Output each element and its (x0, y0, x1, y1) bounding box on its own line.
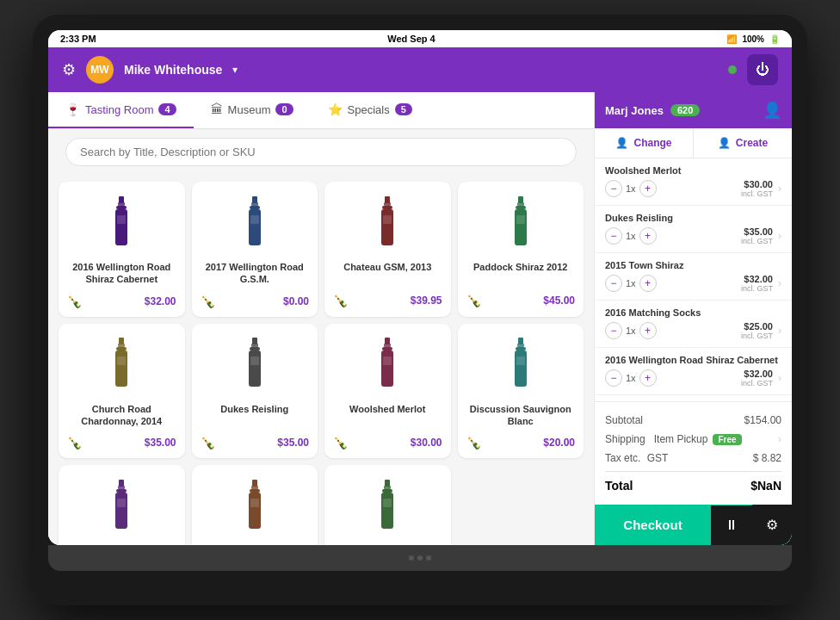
svg-rect-52 (117, 499, 126, 507)
search-input[interactable] (65, 138, 577, 166)
svg-rect-58 (250, 499, 259, 507)
customer-info: Marj Jones 620 (605, 104, 700, 117)
cart-item[interactable]: Dukes Reisling − 1x + $35.00 incl. GST › (595, 206, 792, 253)
product-card[interactable]: Woolshed Merlot 🍾 $30.00 (324, 324, 451, 459)
product-name: Dukes Reisling (220, 403, 288, 427)
dropdown-arrow-icon[interactable]: ▾ (232, 64, 238, 76)
increase-button[interactable]: + (639, 322, 657, 339)
subtotal-value: $154.00 (744, 414, 781, 426)
product-card[interactable]: 2015 Town Shiraz 🍾 $32.00 (59, 465, 185, 545)
power-button[interactable]: ⏻ (747, 54, 778, 85)
svg-rect-45 (515, 350, 527, 387)
create-button[interactable]: 👤 Create (694, 128, 792, 158)
bottle-icon: 🍾 (466, 436, 481, 450)
product-card[interactable]: 2017 Wellington Road G.S.M. 🍾 $0.00 (192, 182, 318, 317)
free-badge: Free (713, 434, 741, 445)
svg-rect-9 (249, 209, 261, 245)
svg-rect-21 (515, 209, 527, 245)
svg-rect-0 (119, 196, 124, 203)
tab-specials[interactable]: ⭐ Specials 5 (311, 92, 429, 128)
product-card[interactable]: Paddock Shiraz 2012 🍾 $45.00 (458, 182, 584, 317)
product-footer: 🍾 $39.95 (333, 294, 442, 307)
svg-rect-38 (382, 347, 392, 350)
keyboard-bar (48, 545, 792, 571)
tab-tasting-room[interactable]: 🍷 Tasting Room 4 (48, 92, 194, 128)
cart-item[interactable]: 2015 Town Shiraz − 1x + $32.00 incl. GST… (595, 253, 792, 301)
wine-bottle-image (246, 336, 263, 396)
svg-point-53 (117, 525, 126, 529)
svg-rect-2 (116, 206, 127, 209)
cart-item[interactable]: Woolshed Merlot − 1x + $30.00 incl. GST … (595, 158, 792, 206)
customer-action-icon[interactable]: 👤 (763, 101, 781, 120)
decrease-button[interactable]: − (605, 322, 622, 339)
action-buttons: 👤 Change 👤 Create (595, 128, 792, 158)
increase-button[interactable]: + (639, 275, 657, 292)
status-bar: 2:33 PM Wed Sep 4 📶 100% 🔋 (48, 30, 792, 47)
checkout-button[interactable]: Checkout (595, 505, 711, 544)
increase-button[interactable]: + (639, 180, 657, 197)
tax-value: $ 8.82 (753, 452, 781, 464)
cart-item-price: $32.00 (741, 274, 773, 284)
tab-museum[interactable]: 🏛 Museum 0 (194, 92, 311, 128)
svg-rect-40 (383, 356, 392, 365)
cart-item-name: 2016 Matching Socks (605, 307, 781, 318)
svg-rect-54 (252, 480, 257, 487)
svg-rect-12 (385, 196, 390, 203)
battery-status: 100% (742, 34, 764, 44)
total-label: Total (605, 479, 633, 493)
increase-button[interactable]: + (639, 227, 657, 245)
product-card[interactable]: Back Road Savagnin 🍾 $18.00 (192, 465, 318, 545)
settings-button[interactable]: ⚙ (752, 505, 792, 545)
svg-point-17 (383, 242, 392, 245)
create-icon: 👤 (718, 137, 731, 149)
decrease-button[interactable]: − (605, 227, 622, 245)
svg-rect-48 (119, 480, 124, 487)
cart-item[interactable]: 2016 Matching Socks − 1x + $25.00 incl. … (595, 301, 792, 348)
decrease-button[interactable]: − (605, 180, 622, 197)
customer-header: Marj Jones 620 👤 (595, 92, 792, 128)
wine-bottle-image (246, 194, 263, 254)
product-card[interactable]: Chateau GSM, 2013 🍾 $39.95 (324, 182, 451, 317)
change-button[interactable]: 👤 Change (595, 128, 694, 158)
subtotal-label: Subtotal (605, 414, 643, 426)
cart-item-gst: incl. GST (741, 237, 773, 245)
product-name: Woolshed Merlot (349, 403, 425, 427)
shipping-row[interactable]: Shipping Item Pickup Free › (605, 430, 781, 449)
decrease-button[interactable]: − (605, 275, 622, 292)
main-layout: 🍷 Tasting Room 4 🏛 Museum 0 ⭐ Specials 5 (48, 92, 792, 545)
wifi-icon: 📶 (726, 34, 737, 44)
tablet-screen: 2:33 PM Wed Sep 4 📶 100% 🔋 ⚙ MW Mike Whi… (48, 30, 792, 545)
svg-rect-63 (381, 493, 393, 529)
product-card[interactable]: Church Road Chardonnay, 2014 🍾 $35.00 (59, 324, 185, 459)
svg-point-35 (250, 383, 259, 387)
pause-button[interactable]: ⏸ (711, 505, 752, 545)
product-card[interactable]: 2016 Matching Socks 🍾 $25.00 (324, 465, 451, 545)
product-card[interactable]: Dukes Reisling 🍾 $35.00 (192, 324, 318, 459)
svg-point-65 (383, 525, 392, 529)
product-name: Back Road Savagnin (207, 544, 301, 545)
svg-rect-42 (518, 338, 523, 344)
avatar: MW (86, 56, 114, 84)
quantity-controls: − 1x + (605, 322, 657, 339)
total-value: $NaN (750, 479, 781, 493)
product-card[interactable]: Discussion Sauvignon Blanc 🍾 $20.00 (458, 324, 584, 459)
wine-bottle-image (113, 477, 130, 537)
svg-rect-37 (384, 344, 391, 347)
cart-item-price: $32.00 (741, 369, 773, 379)
product-grid: 2016 Wellington Road Shiraz Cabernet 🍾 $… (48, 175, 594, 545)
quantity-label: 1x (626, 278, 636, 288)
product-card[interactable]: 2016 Wellington Road Shiraz Cabernet 🍾 $… (59, 182, 185, 317)
increase-button[interactable]: + (639, 369, 657, 387)
svg-rect-15 (381, 209, 393, 245)
wine-bottle-image (113, 336, 130, 396)
right-panel: Marj Jones 620 👤 👤 Change 👤 Create (594, 92, 792, 545)
svg-rect-28 (117, 356, 126, 365)
svg-rect-57 (249, 493, 261, 529)
bottle-icon: 🍾 (466, 294, 481, 307)
quantity-controls: − 1x + (605, 180, 657, 197)
svg-rect-1 (118, 202, 125, 206)
cart-item[interactable]: 2016 Wellington Road Shiraz Cabernet − 1… (595, 348, 792, 395)
filter-icon[interactable]: ⚙ (62, 60, 76, 79)
svg-point-23 (516, 242, 525, 245)
decrease-button[interactable]: − (605, 369, 622, 387)
